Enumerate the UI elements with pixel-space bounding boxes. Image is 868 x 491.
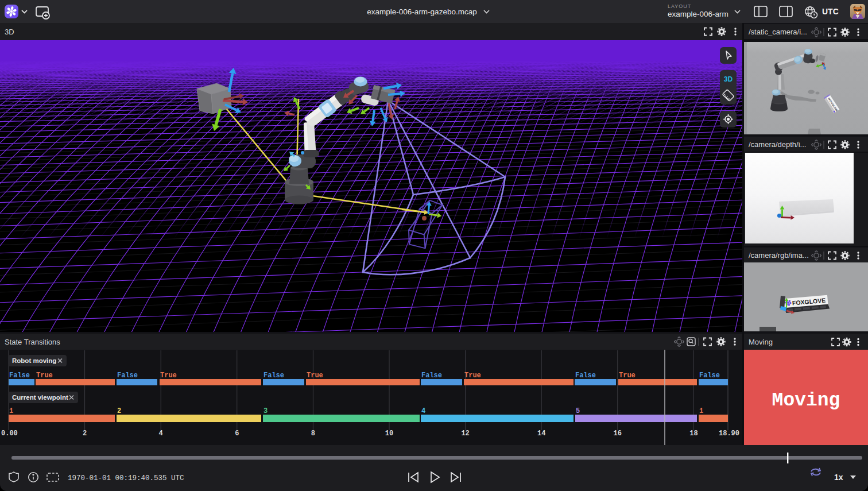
svg-text:3D: 3D <box>724 75 733 83</box>
svg-text:example-006-arm-gazebo.mcap: example-006-arm-gazebo.mcap <box>367 7 476 16</box>
svg-text:0.00: 0.00 <box>1 430 18 438</box>
svg-text:False: False <box>9 372 30 380</box>
svg-text:False: False <box>421 372 442 380</box>
svg-text:10: 10 <box>385 430 393 438</box>
svg-text:4: 4 <box>159 430 163 438</box>
svg-text:False: False <box>575 372 596 380</box>
svg-text:1: 1 <box>699 407 703 415</box>
svg-text:LAYOUT: LAYOUT <box>668 3 691 9</box>
svg-text:Current viewpoint: Current viewpoint <box>12 394 68 401</box>
svg-text:1: 1 <box>9 407 13 415</box>
svg-text:16: 16 <box>614 430 622 438</box>
svg-text:Robot moving: Robot moving <box>12 357 56 364</box>
svg-text:True: True <box>619 372 636 380</box>
svg-text:example-006-arm: example-006-arm <box>668 10 728 18</box>
svg-text:True: True <box>36 372 53 380</box>
svg-text:18: 18 <box>689 430 698 438</box>
svg-text:True: True <box>307 372 323 380</box>
svg-text:8: 8 <box>311 430 315 438</box>
svg-text:6: 6 <box>235 430 239 438</box>
svg-text:5: 5 <box>576 407 580 415</box>
svg-text:3: 3 <box>264 407 268 415</box>
svg-text:False: False <box>699 372 720 380</box>
svg-text:1x: 1x <box>834 473 843 482</box>
svg-text:True: True <box>464 372 481 380</box>
svg-text:True: True <box>160 372 177 380</box>
svg-text:12: 12 <box>461 430 469 438</box>
svg-text:1970-01-01 00:19:40.535 UTC: 1970-01-01 00:19:40.535 UTC <box>68 474 184 482</box>
svg-text:False: False <box>264 372 284 380</box>
svg-text:2: 2 <box>83 430 87 438</box>
svg-text:UTC: UTC <box>822 7 839 16</box>
svg-text:4: 4 <box>421 407 425 415</box>
svg-text:2: 2 <box>117 407 121 415</box>
svg-text:18.90: 18.90 <box>719 430 739 438</box>
svg-text:14: 14 <box>537 430 545 438</box>
svg-text:False: False <box>117 372 138 380</box>
